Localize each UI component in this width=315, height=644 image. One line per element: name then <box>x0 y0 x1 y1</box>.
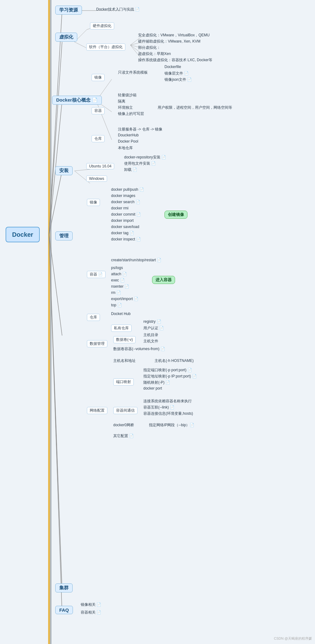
leaf-image-dockerfile: Dockerfile <box>164 65 181 69</box>
leaf-virt-5: 操作系统级虚拟化：容器技术 LXC, Docker等 <box>138 57 212 63</box>
root-node: Docker <box>6 227 40 242</box>
leaf-mc-1: create/start/run/stop/restart 📄 <box>111 258 161 262</box>
leaf-mc-3: attach 📄 <box>111 272 127 276</box>
leaf-mi-7: docker save/load <box>111 225 139 229</box>
root-label: Docker <box>12 231 33 238</box>
leaf-faq-1: 镜像相关 📄 <box>81 602 101 607</box>
leaf-port-1: 指定端口映射(-p port:port) 📄 <box>143 368 192 373</box>
leaf-virt-1: 安全虚拟化：VMware，VirtualBox，QEMU <box>138 33 209 38</box>
leaf-dm-1: 主机目录 <box>143 332 158 338</box>
leaf-net-hostname-label: 主机名和地址 <box>113 358 136 363</box>
leaf-mi-1: docker pull/push 📄 <box>111 187 144 192</box>
leaf-mc-7: export/import 📄 <box>111 297 138 301</box>
sub-container: 容器 <box>92 107 105 114</box>
leaf-mc-8: top 📄 <box>111 303 122 307</box>
leaf-port-4: docker port <box>143 386 162 391</box>
sub-ubuntu: Ubuntu 16.04 <box>86 163 114 169</box>
leaf-image-1: 只读文件系统模板 <box>118 70 148 75</box>
leaf-comm-3: 容器连接信息(环境变量,hosts) <box>143 411 193 416</box>
cat-xuezi: 学习资源 <box>55 6 82 15</box>
sub-registry: 仓库 <box>92 135 105 142</box>
leaf-mr-3: 用户认证 📄 <box>143 326 164 331</box>
leaf-virt-3: 部分虚拟化： <box>138 45 160 50</box>
cat-manage: 管理 <box>55 231 73 240</box>
watermark: CSDN @天蝎座的程序媛 <box>274 636 312 641</box>
cat-xunhua: 虚拟化 <box>55 33 77 42</box>
leaf-comm-2: 容器互联(--link) 📄 <box>143 405 174 410</box>
svg-line-21 <box>74 169 90 171</box>
sub-port-map: 端口映射 <box>113 378 134 386</box>
leaf-container-2: 隔离 <box>118 99 125 104</box>
leaf-container-1: 轻量级沙箱 <box>118 93 137 98</box>
leaf-registry-4: 本地仓库 <box>118 145 133 151</box>
leaf-mi-2: docker images <box>111 194 135 198</box>
leaf-mc-5: nsenter 📄 <box>111 284 129 289</box>
leaf-virt-2: 硬件辅助虚拟化：VMware, Xen, KVM <box>138 39 200 44</box>
leaf-virt-4: 超虚拟化：早期Xen <box>138 51 171 57</box>
leaf-registry-2: DouckerHub <box>118 133 139 137</box>
sub-image: 镜像 <box>92 74 105 81</box>
leaf-mi-3: docker search 📄 <box>111 200 140 204</box>
central-line-gray <box>50 0 52 644</box>
leaf-net-other: 其它配置 📄 <box>113 433 134 439</box>
sub-data-vol: 数据卷(-v) <box>113 336 136 343</box>
leaf-xuezi-1: Docker技术入门与实战 📄 <box>96 7 140 12</box>
svg-line-11 <box>74 42 87 48</box>
leaf-image-layer: 镜像层文件 📄 <box>164 71 189 76</box>
leaf-mi-5: docker commit 📄 <box>111 212 141 217</box>
leaf-mi-6: docker import <box>111 218 134 223</box>
leaf-registry-3: Docker Pool <box>118 139 138 144</box>
leaf-net-bridge-label: docker0网桥 <box>113 422 134 428</box>
sub-software-virt: 软件（平台）虚拟化 <box>86 43 125 51</box>
leaf-container-3: 环境独立 <box>118 105 133 110</box>
highlight-create-image: 创建镜像 <box>164 211 187 219</box>
sub-private-reg: 私有仓库 <box>111 325 132 332</box>
sub-manage-registry: 仓库 <box>87 314 100 321</box>
leaf-dm-2: 主机文件 <box>143 339 158 344</box>
leaf-mc-4: exec 📄 <box>111 278 125 282</box>
sub-container-comm: 容器间通信 <box>113 407 137 414</box>
cat-faq: FAQ <box>55 606 73 614</box>
sub-windows: Windows <box>86 176 107 182</box>
leaf-container-4: 镜像上的可写层 <box>118 111 144 116</box>
highlight-enter-container: 进入容器 <box>152 276 175 284</box>
leaf-dm-3: 数据卷容器(--volumes-from) 📄 <box>113 346 165 352</box>
leaf-mi-8: docker tag 📄 <box>111 231 134 235</box>
leaf-install-3: 卸载 📄 <box>124 167 137 172</box>
sub-manage-image: 镜像 <box>87 199 100 206</box>
leaf-container-3b: 用户权限，进程空间，用户空间，网络空间等 <box>158 105 232 110</box>
leaf-image-json: 镜像json文件 📄 <box>164 77 192 82</box>
leaf-mc-2: ps/logs <box>111 266 123 270</box>
cat-cluster: 集群 <box>55 583 73 592</box>
leaf-registry-1: 注册服务器 -> 仓库 -> 镜像 <box>118 127 162 132</box>
leaf-mc-6: rm 📄 <box>111 290 121 295</box>
sub-network: 网络配置 <box>87 407 107 414</box>
leaf-faq-2: 容器相关 📄 <box>81 610 101 615</box>
sub-hardware-virt: 硬件虚拟化 <box>90 22 114 30</box>
page-wrapper: Docker 学习资源 Docker技术入门与实战 📄 虚拟化 硬件虚拟化 软件… <box>0 0 315 644</box>
leaf-mi-4: docker rmi <box>111 206 128 210</box>
leaf-net-bridge-val: 指定网络IP网段（--bip）📄 <box>149 422 194 428</box>
leaf-mr-1: Docket Hub <box>111 312 131 316</box>
leaf-comm-1: 连接系统依赖容器名称来执行 <box>143 399 192 404</box>
cat-docker-core: Docker核心概念 📄 <box>52 96 102 105</box>
leaf-mi-9: docker inspect 📄 <box>111 237 141 241</box>
leaf-mr-2: registry 📄 <box>143 319 161 324</box>
svg-line-20 <box>96 101 112 140</box>
leaf-port-2: 指定地址映射(-p IP:port:port) 📄 <box>143 374 197 379</box>
sub-manage-container: 容器 📄 <box>87 271 106 278</box>
sub-data-manage: 数据管理 <box>87 340 107 347</box>
leaf-port-3: 随机映射(-P) 📄 <box>143 380 170 385</box>
leaf-install-1: docker-repository安装 📄 <box>124 155 166 160</box>
leaf-net-hostname-val: 主机名(-h HOSTNAME) <box>155 358 194 363</box>
leaf-install-2: 使用包文件安装 📄 <box>124 161 156 166</box>
cat-install: 安装 <box>55 166 73 175</box>
